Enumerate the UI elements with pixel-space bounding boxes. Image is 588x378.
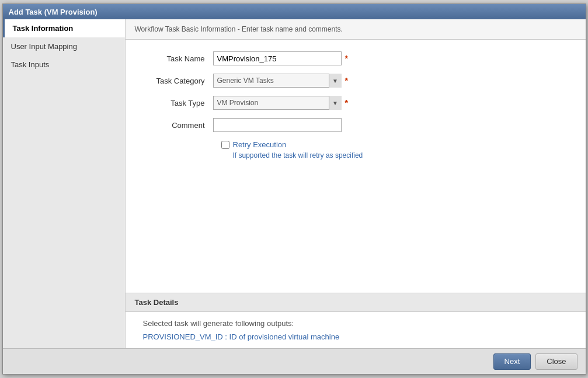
task-name-control: VMProvision_175 *	[213, 51, 348, 65]
task-details-section-header: Task Details	[126, 293, 586, 312]
task-name-row: Task Name VMProvision_175 *	[143, 51, 568, 65]
task-category-label: Task Category	[143, 77, 213, 85]
task-category-select[interactable]: Generic VM Tasks	[213, 74, 342, 88]
dialog-title: Add Task (VM Provision)	[3, 4, 586, 19]
retry-row: Retry Execution If supported the task wi…	[221, 140, 568, 159]
task-name-label: Task Name	[143, 54, 213, 63]
form-area: Task Name VMProvision_175 * Task Categor…	[126, 40, 586, 293]
task-type-required: *	[345, 98, 348, 107]
sidebar-item-task-inputs[interactable]: Task Inputs	[3, 56, 125, 74]
task-type-select-wrap: VM Provision ▼	[213, 96, 342, 110]
comment-label: Comment	[143, 121, 213, 130]
main-content: Workflow Task Basic Information - Enter …	[126, 19, 586, 348]
sidebar-item-task-information[interactable]: Task Information	[3, 19, 125, 37]
task-name-required: *	[345, 54, 348, 63]
task-details-description: Selected task will generate following ou…	[143, 319, 568, 328]
task-type-control: VM Provision ▼ *	[213, 96, 348, 110]
retry-label: Retry Execution	[233, 140, 287, 149]
task-type-select[interactable]: VM Provision	[213, 96, 342, 110]
task-type-row: Task Type VM Provision ▼ *	[143, 96, 568, 110]
task-type-label: Task Type	[143, 99, 213, 107]
comment-row: Comment	[143, 118, 568, 132]
retry-checkbox[interactable]	[221, 141, 229, 149]
comment-control	[213, 118, 342, 132]
task-category-required: *	[345, 76, 348, 85]
main-header: Workflow Task Basic Information - Enter …	[126, 19, 586, 40]
close-button[interactable]: Close	[535, 353, 577, 370]
task-category-select-wrap: Generic VM Tasks ▼	[213, 74, 342, 88]
sidebar: Task Information User Input Mapping Task…	[3, 19, 126, 348]
task-category-control: Generic VM Tasks ▼ *	[213, 74, 348, 88]
task-output-link[interactable]: PROVISIONED_VM_ID : ID of provisioned vi…	[143, 332, 340, 341]
dialog-title-text: Add Task (VM Provision)	[9, 8, 98, 16]
next-button[interactable]: Next	[493, 353, 531, 370]
dialog-container: Add Task (VM Provision) Task Information…	[2, 4, 586, 374]
task-name-input[interactable]: VMProvision_175	[213, 51, 342, 65]
sidebar-item-user-input-mapping[interactable]: User Input Mapping	[3, 37, 125, 56]
task-details-body: Selected task will generate following ou…	[126, 312, 586, 348]
retry-hint: If supported the task will retry as spec…	[233, 151, 363, 159]
retry-check-row: Retry Execution	[221, 140, 287, 149]
dialog-footer: Next Close	[3, 348, 586, 374]
dialog-body: Task Information User Input Mapping Task…	[3, 19, 586, 348]
task-category-row: Task Category Generic VM Tasks ▼ *	[143, 74, 568, 88]
comment-input[interactable]	[213, 118, 342, 132]
